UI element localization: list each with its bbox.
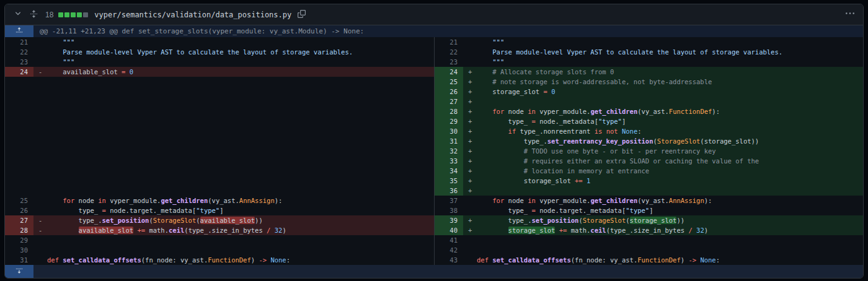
diff-row: 35+ storage_slot += 1 [5,176,863,186]
line-number[interactable]: 26 [5,205,33,215]
unfold-icon [30,10,38,20]
code-token: ) [251,256,259,264]
line-number [5,146,33,156]
code-token: get_children [590,108,637,115]
code-token: get_children [161,197,208,204]
line-number[interactable]: 21 [435,37,463,47]
line-number[interactable]: 22 [5,47,33,57]
line-number[interactable]: 24 [435,67,463,77]
line-number[interactable]: 29 [5,235,33,245]
line-number[interactable]: 28 [435,106,463,116]
diff-side-right: 29+ type_ = node._metadata["type"] [434,116,863,126]
diff-side-right: 41 [434,235,863,245]
code-line: - available_slot += math.ceil(type_.size… [33,225,434,235]
code-token [477,197,492,204]
code-token: += [559,227,567,234]
code-token: "type" [196,207,219,214]
diff-side-left: 21 """ [5,37,434,47]
line-number[interactable]: 29 [435,116,463,126]
line-number[interactable]: 38 [435,205,463,215]
diffstat-square [58,12,63,17]
line-number[interactable]: 31 [435,136,463,146]
code-token: type_. [477,137,547,145]
code-line: Parse module-level Vyper AST to calculat… [33,47,434,57]
line-number[interactable]: 25 [5,196,33,205]
line-number[interactable]: 31 [5,255,33,265]
code-token: """ [477,38,504,46]
line-number[interactable]: 39 [435,215,463,225]
code-line: """ [33,57,434,67]
diff-row: 34+ # location in memory at entrance [5,166,863,176]
code-line: + # TODO use one byte - or bit - per ree… [463,146,863,156]
file-options-button[interactable] [844,8,856,21]
file-path-link[interactable]: vyper/semantics/validation/data_position… [94,11,291,19]
line-number[interactable]: 28 [5,225,33,235]
line-number[interactable]: 43 [435,255,463,265]
diff-side-left: 27- type_.set_position(StorageSlot(avail… [5,215,434,225]
code-token: set_position [102,217,149,224]
diff-side-right: 39+ type_.set_position(StorageSlot(stora… [434,215,863,225]
line-number[interactable]: 42 [435,245,463,255]
diff-marker: + [468,116,472,126]
copy-path-button[interactable] [296,9,307,21]
diff-row: 25 for node in vyper_module.get_children… [5,196,863,205]
line-number[interactable]: 40 [435,225,463,235]
line-number [5,156,33,166]
code-token: for [492,108,504,115]
code-token: node [504,108,528,115]
code-token: "type" [598,118,622,125]
line-number[interactable]: 32 [435,146,463,156]
code-token: FunctionDef [637,256,681,264]
diff-row: 33+ # requires either an extra SLOAD or … [5,156,863,166]
line-number[interactable]: 27 [435,97,463,106]
diff-row: 27+ [5,97,863,106]
diff-rows: 21 """21 """22 Parse module-level Vyper … [5,37,863,265]
diff-side-left: 24- available_slot = 0 [5,67,434,77]
line-number[interactable]: 21 [5,37,33,47]
line-number[interactable]: 34 [435,166,463,176]
code-line [33,166,434,176]
line-number[interactable]: 37 [435,196,463,205]
line-number[interactable]: 26 [435,87,463,97]
code-token: ( [626,217,629,224]
code-token: StorageSlot [657,137,701,145]
line-number[interactable]: 22 [435,47,463,57]
collapse-file-button[interactable] [12,8,24,21]
code-token: "type" [626,207,649,214]
expand-down-button[interactable] [5,265,33,278]
code-token: 0 [551,88,555,95]
code-token: storage_slot [477,177,575,184]
line-number[interactable]: 33 [435,156,463,166]
line-number[interactable]: 35 [435,176,463,186]
code-token: FunctionDef [669,108,712,115]
code-token: (type_.size_in_bytes [184,227,267,234]
expand-down-row [5,265,863,278]
line-number[interactable]: 23 [435,57,463,67]
line-number[interactable]: 41 [435,235,463,245]
line-number[interactable]: 36 [435,186,463,196]
line-number[interactable]: 27 [5,215,33,225]
code-line: + # Allocate storage slots from 0 [463,67,863,77]
line-number[interactable]: 24 [5,67,33,77]
diff-side-left [5,106,434,116]
code-token: # location in memory at entrance [477,167,649,175]
line-number[interactable]: 23 [5,57,33,67]
code-line: + type_ = node._metadata["type"] [463,116,863,126]
diff-marker: - [38,215,42,225]
code-token: -> [259,256,267,264]
code-token: available_slot [79,227,134,234]
diff-side-left [5,186,434,196]
line-number[interactable]: 30 [435,126,463,136]
code-token: ): [275,197,283,204]
expand-up-button[interactable] [5,25,33,37]
code-token: type_. [477,217,532,224]
diff-marker: + [468,156,472,166]
code-line: def set_calldata_offsets(fn_node: vy_ast… [33,255,434,265]
line-number[interactable]: 30 [5,245,33,255]
code-line: for node in vyper_module.get_children(vy… [463,196,863,205]
hunk-header-row: @@ -21,11 +21,23 @@ def set_storage_slot… [5,25,863,37]
diff-marker: + [468,186,472,196]
code-token: # Allocate storage slots from 0 [477,68,614,76]
line-number[interactable]: 25 [435,77,463,87]
unfold-all-button[interactable] [29,9,39,21]
